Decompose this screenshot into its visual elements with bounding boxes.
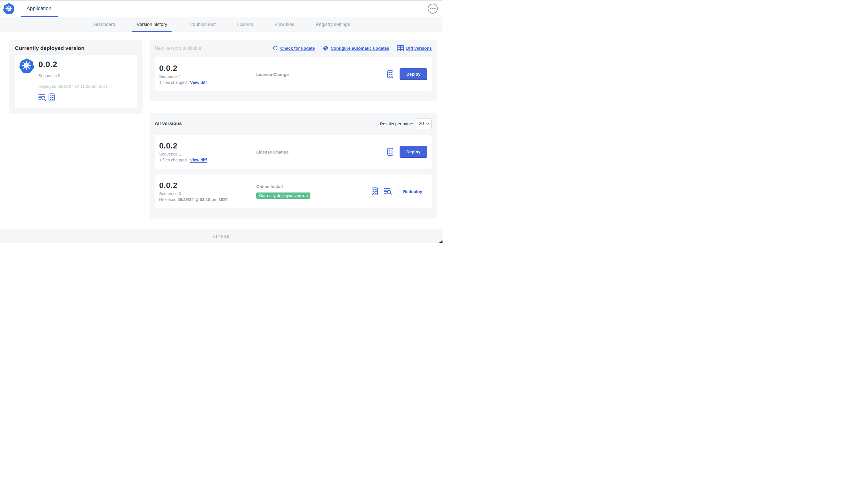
row-files-changed: 1 files changed (159, 80, 187, 85)
row-released-prefix: Released (159, 197, 176, 202)
overflow-menu-button[interactable] (428, 3, 438, 14)
app-tab-strip: Dashboard Version history Troubleshoot L… (0, 17, 442, 32)
check-for-update-link[interactable]: Check for update (272, 45, 315, 51)
results-per-page-select[interactable]: 20 (416, 119, 432, 129)
tab-view-files[interactable]: View files (270, 17, 298, 32)
all-versions-card: All versions Results per page: 20 0.0.2 … (150, 113, 437, 218)
refresh-icon (272, 45, 278, 51)
results-per-page-value: 20 (419, 121, 424, 126)
diff-versions-link[interactable]: Diff versions (397, 45, 432, 52)
main-content: Currently deployed version 0.0.2 Sequenc… (0, 32, 442, 218)
deployed-version-number: 0.0.2 (38, 60, 108, 69)
results-per-page-label: Results per page: (380, 121, 413, 126)
deployed-sequence: Sequence 0 (38, 73, 108, 78)
deploy-button[interactable]: Deploy (400, 146, 427, 158)
version-row: 0.0.2 Sequence 1 1 files changedView dif… (155, 135, 432, 169)
logs-icon (38, 94, 46, 101)
preflight-checks-button[interactable] (387, 148, 393, 156)
app-tab-active-underline (21, 16, 58, 17)
window-top-edge (0, 0, 442, 1)
row-files-changed: 1 files changed (159, 158, 187, 162)
configure-automatic-updates-link[interactable]: Configure automatic updates (322, 45, 390, 51)
row-released-date: 08/29/24 @ 03:18 pm MDT (178, 197, 227, 202)
deployed-date: Deployed 09/11/24 @ 11:02 am MDT (38, 84, 108, 89)
view-deploy-logs-button[interactable] (384, 188, 392, 195)
tab-license[interactable]: License (233, 17, 257, 32)
row-sequence: Sequence 1 (159, 74, 256, 79)
right-column: New version available Check for update (150, 40, 437, 218)
redeploy-button[interactable]: Redeploy (398, 186, 427, 197)
currently-deployed-badge: Currently deployed version (256, 192, 310, 199)
kubernetes-app-icon (20, 58, 34, 73)
row-source-label: License Change (256, 150, 387, 154)
tab-registry-settings[interactable]: Registry settings (311, 17, 354, 32)
view-preflight-checks-button[interactable] (49, 93, 55, 101)
currently-deployed-card: Currently deployed version 0.0.2 Sequenc… (9, 40, 143, 114)
row-version-number: 0.0.2 (159, 141, 256, 150)
row-version-number: 0.0.2 (159, 181, 256, 190)
logs-icon (384, 188, 392, 195)
checklist-icon (387, 148, 393, 156)
version-row: 0.0.2 Sequence 0 Released08/29/24 @ 03:1… (155, 174, 432, 208)
checklist-icon (49, 93, 55, 101)
view-diff-link[interactable]: View diff (190, 158, 207, 162)
deployed-version-tile: 0.0.2 Sequence 0 Deployed 09/11/24 @ 11:… (15, 55, 137, 109)
kubernetes-logo (3, 3, 14, 14)
tab-version-history[interactable]: Version history (132, 17, 171, 32)
diff-icon (397, 45, 404, 52)
version-actions-links: Check for update (272, 45, 432, 52)
all-versions-title: All versions (155, 121, 182, 126)
checklist-icon (372, 187, 378, 195)
preflight-checks-button[interactable] (387, 70, 393, 78)
chevron-down-icon (426, 123, 429, 125)
auto-update-icon (322, 45, 329, 51)
row-sequence: Sequence 1 (159, 152, 256, 156)
checklist-icon (387, 70, 393, 78)
tab-dashboard[interactable]: Dashboard (88, 17, 120, 32)
tab-troubleshoot[interactable]: Troubleshoot (185, 17, 220, 32)
row-source-label: Online Install (256, 184, 372, 189)
new-version-title: New version available (155, 46, 201, 51)
new-version-card: New version available Check for update (150, 40, 437, 101)
view-deploy-logs-button[interactable] (38, 94, 46, 101)
row-version-number: 0.0.2 (159, 64, 256, 73)
top-bar: Application (0, 0, 442, 17)
app-title-tab[interactable]: Application (27, 6, 51, 11)
console-version: v1.109.3 (213, 234, 229, 239)
currently-deployed-title: Currently deployed version (15, 45, 137, 51)
footer: v1.109.3 (0, 230, 442, 243)
row-sequence: Sequence 0 (159, 191, 256, 196)
deploy-button[interactable]: Deploy (400, 68, 427, 80)
new-version-row: 0.0.2 Sequence 1 1 files changedView dif… (155, 57, 432, 91)
row-source-label: License Change (256, 72, 387, 77)
ellipsis-icon (428, 3, 438, 14)
view-diff-link[interactable]: View diff (190, 80, 207, 85)
preflight-checks-button[interactable] (372, 187, 378, 195)
